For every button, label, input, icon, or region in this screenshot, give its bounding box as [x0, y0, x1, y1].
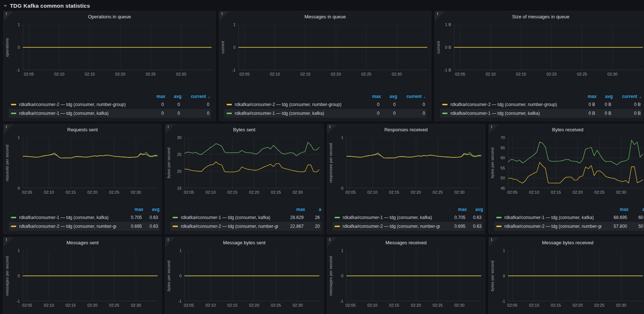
x-tick-label: 02:10 [486, 72, 496, 76]
plot-area[interactable] [454, 25, 643, 70]
legend-col-current[interactable]: current⌄ [613, 94, 642, 99]
panel-title[interactable]: Bytes received [489, 124, 644, 135]
legend-row[interactable]: rdkafka#consumer-2 — tdg (consumer, numb… [9, 100, 211, 109]
y-axis-label: bytes per second [166, 251, 171, 301]
plot-area[interactable] [184, 138, 319, 188]
plot-area[interactable] [23, 251, 158, 301]
series-name[interactable]: rdkafka#consumer-1 — tdg (consumer, kafk… [181, 215, 278, 220]
panel-info-corner[interactable]: i [327, 237, 337, 247]
series-name[interactable]: rdkafka#consumer-1 — tdg (consumer, kafk… [504, 215, 601, 220]
y-tick-label: 0 [341, 186, 343, 191]
plot-area[interactable] [184, 251, 319, 301]
panel-info-corner[interactable]: i [489, 237, 499, 247]
legend-col-current[interactable]: current⌄ [397, 94, 427, 99]
legend-col-max[interactable]: max [118, 207, 143, 212]
series-color-swatch[interactable] [442, 113, 447, 114]
series-color-swatch[interactable] [442, 104, 447, 105]
panel-info-corner[interactable]: i [4, 124, 13, 134]
series-name[interactable]: rdkafka#consumer-2 — tdg (consumer, numb… [19, 224, 116, 229]
legend-col-a[interactable]: a [305, 207, 321, 212]
legend-col-max[interactable]: max [365, 94, 381, 99]
panel-title[interactable]: Size of messages in queue [435, 11, 644, 22]
legend-row[interactable]: rdkafka#consumer-1 — tdg (consumer, kafk… [9, 109, 211, 118]
series-name[interactable]: rdkafka#consumer-1 — tdg (consumer, kafk… [19, 111, 148, 116]
series-name[interactable]: rdkafka#consumer-2 — tdg (consumer, numb… [181, 224, 278, 229]
series-name[interactable]: rdkafka#consumer-2 — tdg (consumer, numb… [19, 102, 148, 107]
series-name[interactable]: rdkafka#consumer-2 — tdg (consumer, numb… [450, 102, 579, 107]
series-color-swatch[interactable] [227, 104, 232, 105]
panel-title[interactable]: Message bytes sent [165, 237, 323, 248]
legend-row[interactable]: rdkafka#consumer-1 — tdg (consumer, kafk… [9, 213, 159, 222]
panel-info-corner[interactable]: i [435, 11, 445, 21]
panel-row-3: i Messages sent messages per second 10-1… [3, 237, 644, 314]
panel-title[interactable]: Operations in queue [4, 11, 215, 22]
series-color-swatch[interactable] [173, 217, 178, 218]
plot-area[interactable] [508, 138, 643, 188]
series-color-swatch[interactable] [496, 217, 501, 218]
legend-col-avg[interactable]: avg [597, 94, 613, 99]
series-color-swatch[interactable] [11, 217, 16, 218]
panel-info-corner[interactable]: i [165, 237, 175, 247]
legend-row[interactable]: rdkafka#consumer-2 — tdg (consumer, numb… [224, 100, 427, 109]
legend-row[interactable]: rdkafka#consumer-1 — tdg (consumer, kafk… [224, 109, 427, 118]
legend-col-avg[interactable]: avg [467, 207, 483, 212]
legend-row[interactable]: rdkafka#consumer-2 — tdg (consumer, numb… [332, 222, 483, 231]
series-color-swatch[interactable] [11, 113, 16, 114]
legend-row[interactable]: rdkafka#consumer-2 — tdg (consumer, numb… [170, 222, 321, 231]
legend-row[interactable]: rdkafka#consumer-2 — tdg (consumer, numb… [494, 222, 644, 231]
legend-col-max[interactable]: max [280, 207, 305, 212]
panel-info-corner[interactable]: i [4, 237, 13, 247]
plot-area[interactable] [346, 251, 481, 301]
panel-info-corner[interactable]: i [489, 124, 499, 134]
plot-area[interactable] [238, 25, 427, 70]
legend-row[interactable]: rdkafka#consumer-1 — tdg (consumer, kafk… [494, 213, 644, 222]
panel-title[interactable]: Messages sent [4, 237, 161, 248]
panel-info-corner[interactable]: i [219, 11, 229, 21]
plot-area[interactable] [346, 138, 481, 188]
panel-info-corner[interactable]: i [4, 11, 13, 21]
x-tick-label: 02:20 [547, 72, 557, 76]
legend-row[interactable]: rdkafka#consumer-1 — tdg (consumer, kafk… [440, 109, 642, 118]
legend-col-max[interactable]: max [441, 207, 467, 212]
plot-area[interactable] [23, 138, 158, 188]
panel-title[interactable]: Message bytes received [489, 237, 644, 248]
legend-col-avg[interactable]: avg [381, 94, 397, 99]
series-color-swatch[interactable] [173, 226, 178, 227]
legend-col-a[interactable]: a [629, 207, 644, 212]
legend-col-current[interactable]: current⌄ [181, 94, 211, 99]
dashboard-row-header[interactable]: TDG Kafka common statistics [0, 0, 90, 11]
legend-col-max[interactable]: max [580, 94, 597, 99]
series-name[interactable]: rdkafka#consumer-2 — tdg (consumer, numb… [343, 224, 440, 229]
series-color-swatch[interactable] [496, 226, 501, 227]
legend-row[interactable]: rdkafka#consumer-1 — tdg (consumer, kafk… [332, 213, 483, 222]
series-color-swatch[interactable] [11, 226, 16, 227]
legend-col-max[interactable]: max [603, 207, 629, 212]
series-name[interactable]: rdkafka#consumer-1 — tdg (consumer, kafk… [450, 111, 579, 116]
x-tick-label: 02:10 [206, 190, 216, 194]
series-color-swatch[interactable] [335, 217, 340, 218]
series-color-swatch[interactable] [11, 104, 16, 105]
panel-title[interactable]: Responses received [327, 124, 485, 135]
legend-col-max[interactable]: max [149, 94, 165, 99]
panel-title[interactable]: Bytes sent [165, 124, 323, 135]
plot-area[interactable] [23, 25, 212, 70]
panel-title[interactable]: Messages in queue [219, 11, 431, 22]
legend-row[interactable]: rdkafka#consumer-2 — tdg (consumer, numb… [9, 222, 159, 231]
legend-col-avg[interactable]: avg [165, 94, 181, 99]
legend-row[interactable]: rdkafka#consumer-1 — tdg (consumer, kafk… [170, 213, 321, 222]
plot-area[interactable] [508, 251, 643, 301]
legend-col-avg[interactable]: avg [143, 207, 159, 212]
series-name[interactable]: rdkafka#consumer-1 — tdg (consumer, kafk… [19, 215, 116, 220]
series-name[interactable]: rdkafka#consumer-1 — tdg (consumer, kafk… [343, 215, 440, 220]
series-color-swatch[interactable] [335, 226, 340, 227]
series-name[interactable]: rdkafka#consumer-1 — tdg (consumer, kafk… [235, 111, 363, 116]
panel-info-corner[interactable]: i [165, 124, 175, 134]
panel-title[interactable]: Messages received [327, 237, 485, 248]
legend-value: 26 [304, 215, 320, 220]
legend-row[interactable]: rdkafka#consumer-2 — tdg (consumer, numb… [440, 100, 642, 109]
panel-info-corner[interactable]: i [327, 124, 337, 134]
series-color-swatch[interactable] [227, 113, 232, 114]
series-name[interactable]: rdkafka#consumer-2 — tdg (consumer, numb… [504, 224, 601, 229]
panel-title[interactable]: Requests sent [4, 124, 161, 135]
series-name[interactable]: rdkafka#consumer-2 — tdg (consumer, numb… [235, 102, 363, 107]
